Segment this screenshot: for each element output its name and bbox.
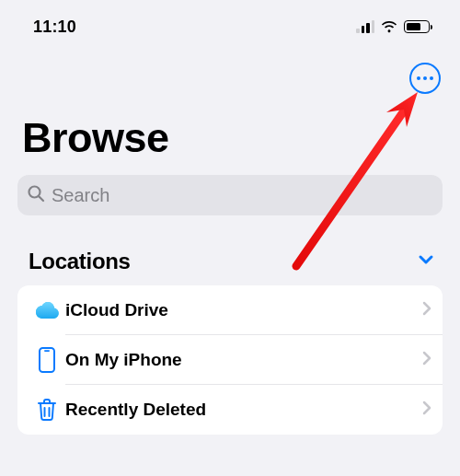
search-field[interactable] [17,175,443,215]
locations-section: Locations [0,232,460,435]
ellipsis-icon [417,76,420,80]
trash-icon [29,398,65,422]
list-item-label: On My iPhone [65,350,182,370]
svg-rect-3 [44,350,50,352]
toolbar [0,46,460,98]
chevron-right-icon [422,351,431,369]
locations-header[interactable]: Locations [17,238,443,285]
locations-list: iCloud Drive On My iPhone [17,285,443,435]
list-item-on-my-iphone[interactable]: On My iPhone [17,335,443,385]
signal-icon [356,20,374,33]
list-item-label: iCloud Drive [65,300,168,320]
svg-line-1 [40,197,44,202]
iphone-icon [29,347,65,373]
list-item-recently-deleted[interactable]: Recently Deleted [17,385,443,435]
list-item-icloud-drive[interactable]: iCloud Drive [17,285,443,335]
page-title: Browse [0,98,460,175]
list-item-label: Recently Deleted [65,400,206,420]
svg-point-0 [29,187,40,198]
status-indicators [356,20,432,33]
search-input[interactable] [52,185,433,206]
icloud-icon [29,300,65,320]
battery-icon [404,20,432,33]
chevron-right-icon [422,401,431,419]
section-title: Locations [29,249,131,274]
wifi-icon [380,20,398,33]
status-bar: 11:10 [0,0,460,46]
chevron-right-icon [422,301,431,319]
search-icon [27,184,45,206]
chevron-down-icon [417,250,435,273]
status-time: 11:10 [33,17,76,37]
more-options-button[interactable] [409,63,441,94]
